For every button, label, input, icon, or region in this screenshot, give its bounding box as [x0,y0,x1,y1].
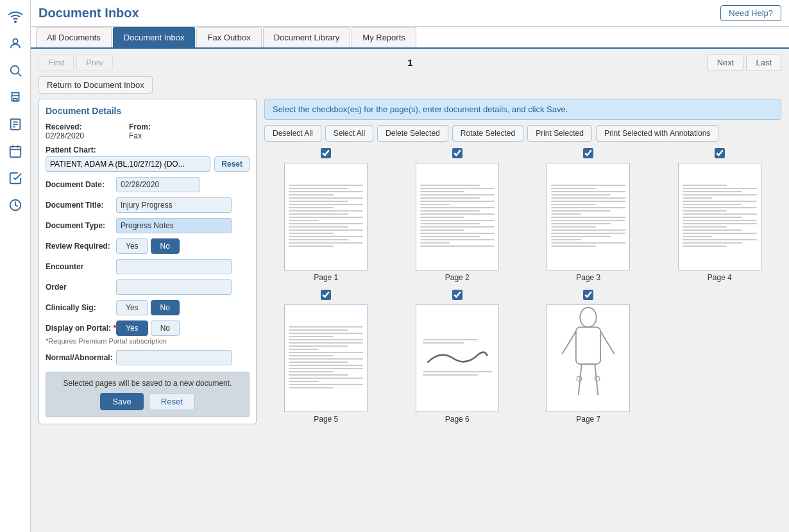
doc-title-row: Document Title: [46,197,250,213]
person-icon[interactable] [4,32,27,55]
calendar-icon[interactable] [4,140,27,163]
save-reset-button[interactable]: Reset [149,393,195,410]
print-icon[interactable] [4,86,27,109]
patient-chart-row: Patient Chart: Reset [46,145,250,172]
page-1-checkbox[interactable] [321,148,331,158]
order-label: Order [46,283,116,292]
page-5-thumbnail[interactable] [284,304,368,412]
portal-no-button[interactable]: No [151,320,180,336]
page-4-checkbox[interactable] [715,148,725,158]
doc-type-row: Document Type: [46,218,250,233]
portal-yes-button[interactable]: Yes [116,320,148,336]
page-item-1: Page 1 [264,148,388,282]
patient-chart-label: Patient Chart: [46,145,250,154]
page-7-checkbox[interactable] [583,290,593,300]
checklist-icon[interactable] [4,167,27,190]
main-content: Document Inbox Need Help? All Documents … [31,0,789,532]
page-6-label: Page 6 [445,415,470,424]
page-item-6: Page 6 [396,290,520,424]
tab-all-documents[interactable]: All Documents [36,27,112,47]
two-column-layout: Document Details Received: 02/28/2020 Fr… [38,99,781,424]
svg-point-15 [580,308,597,328]
deselect-all-button[interactable]: Deselect All [264,125,321,142]
save-buttons: Save Reset [53,393,242,410]
normal-abnormal-input[interactable] [116,350,232,365]
page-6-checkbox[interactable] [452,290,462,300]
clinically-no-button[interactable]: No [151,300,180,315]
delete-selected-button[interactable]: Delete Selected [377,125,448,142]
from-value: Fax [129,131,199,140]
tab-document-inbox[interactable]: Document Inbox [113,27,196,47]
doc-actions-row: Deselect All Select All Delete Selected … [264,125,781,142]
pages-grid: Page 1 [264,148,781,424]
wifi-icon[interactable] [4,5,27,28]
page-4-checkbox-row [715,148,725,160]
page-1-checkbox-row [321,148,331,160]
last-button[interactable]: Last [746,54,781,71]
page-item-5: Page 5 [264,290,388,424]
patient-reset-button[interactable]: Reset [214,156,250,172]
search-icon[interactable] [4,59,27,82]
page-4-thumbnail[interactable] [678,163,761,270]
rotate-selected-button[interactable]: Rotate Selected [452,125,523,142]
left-panel: Document Details Received: 02/28/2020 Fr… [38,99,257,424]
clinically-sig-row: Clinically Sig: Yes No [46,300,250,315]
display-portal-inner: Display on Portal: * Yes No [46,320,180,336]
page-5-label: Page 5 [314,415,338,424]
right-panel: Select the checkbox(es) for the page(s),… [264,99,781,424]
save-button[interactable]: Save [100,393,144,410]
received-col: Received: 02/28/2020 [46,122,116,140]
svg-point-2 [10,66,19,74]
review-required-label: Review Required: [46,242,116,251]
need-help-button[interactable]: Need Help? [720,5,781,21]
page-6-checkbox-row [452,290,462,302]
page-1-thumbnail[interactable] [284,163,368,270]
received-value: 02/28/2020 [46,131,116,140]
page-2-thumbnail[interactable] [416,163,499,270]
received-label: Received: [46,122,116,131]
page-3-checkbox[interactable] [583,148,593,158]
patient-chart-input[interactable] [46,156,210,172]
order-input[interactable] [116,279,232,295]
page-2-checkbox[interactable] [452,148,462,158]
first-button[interactable]: First [38,54,74,71]
tab-fax-outbox[interactable]: Fax Outbox [196,27,261,47]
doc-type-input[interactable] [116,218,232,233]
notes-icon[interactable] [4,113,27,136]
page-item-2: Page 2 [396,148,520,282]
clinically-yes-button[interactable]: Yes [116,300,148,315]
prev-button[interactable]: Prev [76,54,113,71]
svg-point-1 [13,39,17,44]
next-button[interactable]: Next [708,54,744,71]
tab-my-reports[interactable]: My Reports [352,27,416,47]
encounter-label: Encounter [46,262,116,271]
doc-date-label: Document Date: [46,180,116,189]
clinically-sig-label: Clinically Sig: [46,303,116,312]
svg-point-22 [595,376,600,381]
svg-point-21 [577,376,582,381]
save-note: Selected pages will be saved to a new do… [53,379,242,388]
return-to-inbox-button[interactable]: Return to Document Inbox [38,76,153,94]
svg-line-18 [600,331,615,354]
page-title: Document Inbox [38,6,139,21]
encounter-input[interactable] [116,259,232,274]
dashboard-icon[interactable] [4,194,27,217]
doc-title-input[interactable] [116,197,232,213]
print-selected-button[interactable]: Print Selected [527,125,592,142]
from-label: From: [129,122,199,131]
tabs-bar: All Documents Document Inbox Fax Outbox … [31,27,789,49]
review-yes-button[interactable]: Yes [116,238,148,254]
tab-document-library[interactable]: Document Library [263,27,351,47]
page-6-thumbnail[interactable] [416,304,499,412]
page-7-thumbnail[interactable] [547,304,630,412]
doc-date-input[interactable] [116,177,199,192]
print-annotations-button[interactable]: Print Selected with Annotations [596,125,718,142]
page-item-3: Page 3 [527,148,650,282]
received-from-row: Received: 02/28/2020 From: Fax [46,122,250,140]
page-5-checkbox[interactable] [321,290,331,300]
pagination-row: First Prev 1 Next Last [38,54,781,71]
from-col: From: Fax [129,122,199,140]
page-3-thumbnail[interactable] [547,163,630,270]
select-all-button[interactable]: Select All [325,125,373,142]
review-no-button[interactable]: No [151,238,180,254]
